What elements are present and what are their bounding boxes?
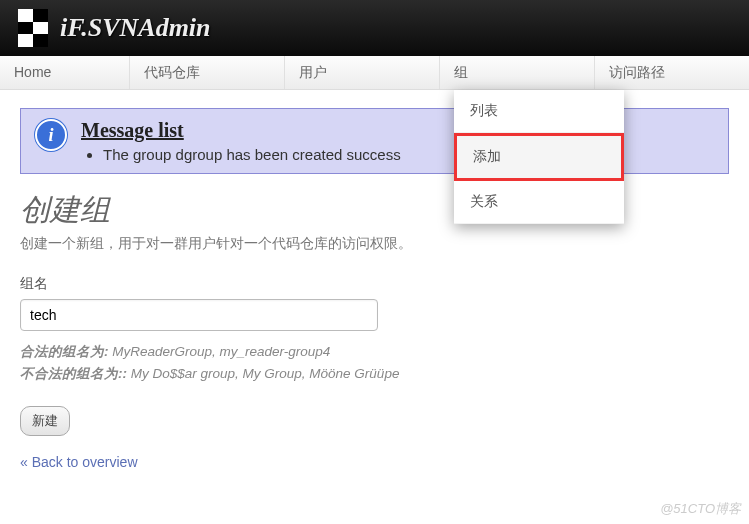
info-icon: i bbox=[35, 119, 67, 151]
valid-hint-examples: MyReaderGroup, my_reader-group4 bbox=[112, 344, 330, 359]
nav-groups[interactable]: 组 bbox=[440, 56, 595, 89]
dropdown-item-relations[interactable]: 关系 bbox=[454, 181, 624, 224]
app-logo-icon bbox=[18, 9, 48, 47]
groupname-input[interactable] bbox=[20, 299, 378, 331]
groups-dropdown: 列表 添加 关系 bbox=[454, 90, 624, 224]
page-content: 创建组 创建一个新组，用于对一群用户针对一个代码仓库的访问权限。 组名 合法的组… bbox=[0, 184, 749, 484]
invalid-hint-examples: My Do$$ar group, My Group, Mööne Grüüpe bbox=[131, 366, 400, 381]
groupname-label: 组名 bbox=[20, 275, 729, 293]
create-button[interactable]: 新建 bbox=[20, 406, 70, 436]
dropdown-item-add[interactable]: 添加 bbox=[454, 133, 624, 181]
valid-hint-label: 合法的组名为: bbox=[20, 344, 109, 359]
invalid-hint-label: 不合法的组名为:: bbox=[20, 366, 127, 381]
nav-home[interactable]: Home bbox=[0, 56, 130, 89]
nav-paths[interactable]: 访问路径 bbox=[595, 56, 749, 89]
watermark: @51CTO博客 bbox=[660, 500, 741, 518]
app-header: iF.SVNAdmin bbox=[0, 0, 749, 56]
page-description: 创建一个新组，用于对一群用户针对一个代码仓库的访问权限。 bbox=[20, 235, 729, 253]
valid-hint: 合法的组名为: MyReaderGroup, my_reader-group4 bbox=[20, 341, 729, 363]
dropdown-item-list[interactable]: 列表 bbox=[454, 90, 624, 133]
invalid-hint: 不合法的组名为:: My Do$$ar group, My Group, Möö… bbox=[20, 363, 729, 385]
main-nav: Home 代码仓库 用户 组 访问路径 列表 添加 关系 bbox=[0, 56, 749, 90]
nav-repos[interactable]: 代码仓库 bbox=[130, 56, 285, 89]
nav-users[interactable]: 用户 bbox=[285, 56, 440, 89]
back-link[interactable]: « Back to overview bbox=[20, 454, 138, 470]
app-title: iF.SVNAdmin bbox=[60, 13, 211, 43]
